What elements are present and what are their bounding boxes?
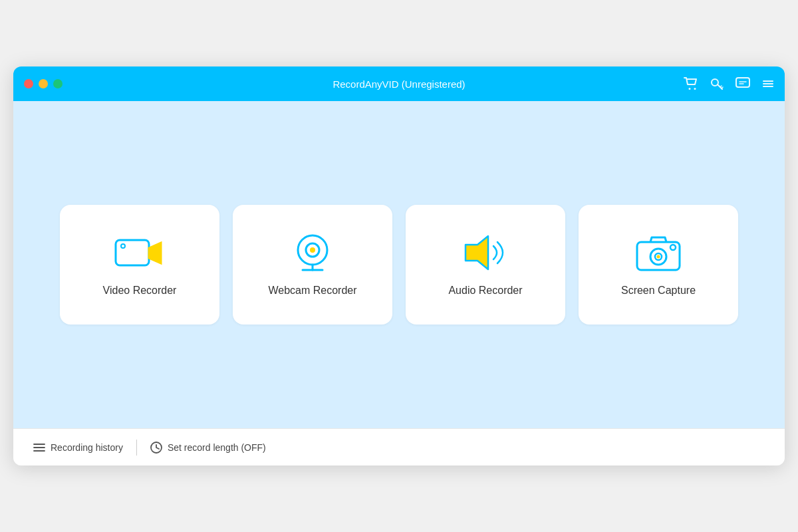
svg-marker-12 <box>466 236 488 269</box>
video-recorder-icon <box>113 233 166 273</box>
app-title: RecordAnyVID (Unregistered) <box>332 78 465 90</box>
close-button[interactable] <box>24 79 33 88</box>
svg-point-17 <box>657 255 660 259</box>
more-icon[interactable] <box>762 78 774 90</box>
title-bar: RecordAnyVID (Unregistered) <box>13 66 785 101</box>
app-window: RecordAnyVID (Unregistered) <box>13 66 785 466</box>
set-record-length-button[interactable]: Set record length (OFF) <box>144 442 273 454</box>
webcam-recorder-icon <box>286 233 339 273</box>
key-icon[interactable] <box>710 77 724 90</box>
screen-capture-label: Screen Capture <box>621 285 696 297</box>
clock-icon <box>150 442 162 454</box>
audio-recorder-icon <box>459 233 512 273</box>
minimize-button[interactable] <box>39 79 48 88</box>
video-recorder-card[interactable]: Video Recorder <box>60 205 219 325</box>
svg-point-18 <box>670 245 676 250</box>
title-actions <box>684 77 774 90</box>
maximize-button[interactable] <box>53 79 63 88</box>
audio-recorder-label: Audio Recorder <box>448 285 522 297</box>
chat-icon[interactable] <box>735 77 750 90</box>
traffic-lights <box>24 79 63 88</box>
svg-rect-3 <box>736 78 749 87</box>
bottom-bar: Recording history Set record length (OFF… <box>13 428 785 466</box>
webcam-recorder-label: Webcam Recorder <box>268 285 356 297</box>
audio-recorder-card[interactable]: Audio Recorder <box>406 205 565 325</box>
bottom-divider <box>136 440 137 456</box>
screen-capture-icon <box>632 233 685 273</box>
svg-point-8 <box>121 244 125 248</box>
recording-history-button[interactable]: Recording history <box>27 442 130 453</box>
svg-point-0 <box>689 88 691 90</box>
screen-capture-card[interactable]: Screen Capture <box>579 205 738 325</box>
recording-history-label: Recording history <box>51 442 123 453</box>
list-icon <box>33 443 45 452</box>
svg-rect-7 <box>116 240 149 265</box>
svg-point-1 <box>694 88 696 90</box>
webcam-recorder-card[interactable]: Webcam Recorder <box>233 205 392 325</box>
recorder-cards: Video Recorder <box>60 205 738 325</box>
cart-icon[interactable] <box>684 77 698 90</box>
main-content: Video Recorder <box>13 101 785 428</box>
video-recorder-label: Video Recorder <box>103 285 177 297</box>
set-record-length-label: Set record length (OFF) <box>168 442 266 453</box>
svg-point-11 <box>310 247 315 253</box>
